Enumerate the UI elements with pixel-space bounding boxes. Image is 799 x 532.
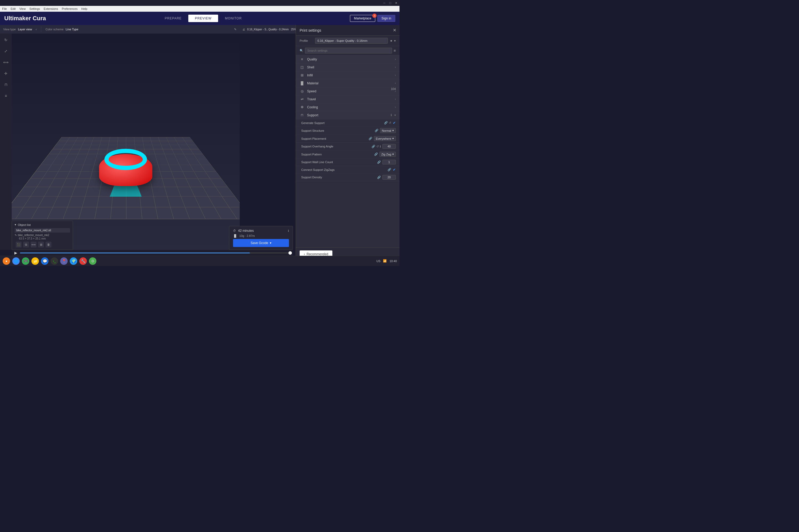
menu-edit[interactable]: Edit	[11, 7, 16, 11]
layer-progress-thumb[interactable]	[288, 251, 292, 255]
quality-label: Quality	[307, 57, 392, 61]
travel-icon: ⇌	[299, 97, 304, 101]
info2-icon[interactable]: ℹ	[380, 145, 381, 148]
chrome-icon[interactable]: 🌐	[12, 258, 20, 265]
link2-icon[interactable]: 🔗	[375, 129, 379, 132]
menu-file[interactable]: File	[2, 7, 7, 11]
files-icon[interactable]: 📁	[32, 258, 39, 265]
terminal-icon[interactable]: ›_	[51, 258, 58, 265]
viewport	[12, 34, 240, 250]
menu-extensions[interactable]: Extensions	[44, 7, 58, 11]
connect-zigzag-label: Connect Support ZigZags	[301, 168, 386, 171]
category-infill[interactable]: ⊞ Infill ›	[296, 71, 399, 79]
search-input[interactable]	[305, 48, 392, 54]
link6-icon[interactable]: 🔗	[377, 160, 381, 164]
tool-scale[interactable]: ⤢	[2, 48, 10, 55]
close-btn[interactable]: ✕	[394, 1, 398, 5]
locale-label: US	[376, 260, 380, 263]
app8-icon[interactable]: 🔧	[79, 258, 87, 265]
category-cooling[interactable]: ✼ Cooling ›	[296, 103, 399, 111]
category-support[interactable]: ⊓ Support ℹ ▾	[296, 111, 399, 119]
marketplace-badge: 3	[372, 14, 377, 18]
minimize-btn[interactable]: ─	[382, 1, 386, 5]
quality-chevron-icon: ›	[395, 58, 396, 61]
wall-line-count-label: Support Wall Line Count	[301, 160, 376, 164]
color-scheme-edit[interactable]: ✎	[234, 28, 236, 31]
connect-zigzag-check[interactable]: ✔	[393, 168, 396, 172]
settings-panel: Print settings ✕ Profile 0.16_Klipper - …	[296, 25, 399, 266]
setting-support-structure: Support Structure 🔗 Normal ▾	[296, 127, 399, 135]
menu-settings[interactable]: Settings	[29, 7, 40, 11]
action-group-icon[interactable]: ⊞	[38, 242, 44, 247]
category-shell[interactable]: ◫ Shell ›	[296, 63, 399, 71]
action-delete-icon[interactable]: 🗑	[46, 242, 51, 247]
link7-icon[interactable]: 🔗	[387, 168, 391, 171]
tool-mirror[interactable]: ⟺	[2, 59, 10, 66]
tool-support[interactable]: ⊓	[2, 81, 10, 88]
app6-icon[interactable]: 📍	[60, 258, 68, 265]
chat-icon[interactable]: 💬	[41, 258, 49, 265]
settings-close-button[interactable]: ✕	[393, 28, 396, 33]
reset2-icon[interactable]: ↺	[376, 145, 379, 148]
layer-progress-track[interactable]	[20, 252, 290, 253]
shell-icon: ◫	[299, 65, 304, 69]
category-speed[interactable]: ◎ Speed ›	[296, 87, 399, 95]
link-icon[interactable]: 🔗	[384, 121, 388, 125]
action-cube-icon[interactable]: ⬛	[16, 242, 22, 247]
overhang-angle-value[interactable]: 40	[382, 144, 396, 149]
wall-line-count-value[interactable]: 1	[382, 160, 396, 165]
maximize-btn[interactable]: □	[388, 1, 392, 5]
estimate-time: 42 minutes	[238, 229, 254, 233]
play-button[interactable]: ▶	[14, 251, 17, 255]
left-tools: ↻ ⤢ ⟺ ✛ ⊓ ≡	[0, 34, 12, 250]
link5-icon[interactable]: 🔗	[374, 152, 378, 156]
link8-icon[interactable]: 🔗	[377, 176, 381, 179]
support-pattern-dropdown[interactable]: Zig Zag ▾	[380, 152, 396, 157]
generate-support-check[interactable]: ✔	[393, 121, 396, 125]
quality-icon: ≡	[299, 57, 304, 61]
tab-monitor[interactable]: MONITOR	[218, 15, 248, 22]
cooling-chevron-icon: ›	[395, 106, 396, 109]
edit-icon[interactable]: ✎	[15, 234, 17, 236]
support-info-icon[interactable]: ℹ	[391, 113, 392, 117]
menu-view[interactable]: View	[19, 7, 26, 11]
tool-rotate[interactable]: ↻	[2, 36, 10, 44]
profile-select[interactable]: 0.16_Klipper - Super Quality - 0.16mm	[315, 38, 388, 44]
estimate-info-icon[interactable]: ℹ	[288, 229, 289, 233]
support-placement-dropdown[interactable]: Everywhere ▾	[374, 136, 396, 141]
generate-support-label: Generate Support	[301, 121, 382, 125]
support-expand-icon[interactable]: ▾	[395, 114, 396, 117]
profile-chevron-icon[interactable]: ▾	[394, 39, 396, 43]
support-structure-dropdown[interactable]: Normal ▾	[380, 128, 396, 133]
action-mirror-icon[interactable]: ⟺	[31, 242, 36, 247]
tab-prepare[interactable]: PREPARE	[158, 15, 188, 22]
collapse-icon[interactable]: ▾	[15, 223, 16, 227]
signin-button[interactable]: Sign in	[377, 15, 395, 22]
setting-support-pattern: Support Pattern 🔗 Zig Zag ▾	[296, 150, 399, 158]
title-bar: ─ □ ✕	[0, 0, 399, 6]
support-density-value[interactable]: 20	[382, 175, 396, 179]
category-quality[interactable]: ≡ Quality ›	[296, 55, 399, 63]
infill-icon: ⊞	[299, 73, 304, 77]
search-menu-icon[interactable]: ≡	[394, 49, 396, 53]
action-copy-icon[interactable]: ⧉	[23, 242, 29, 247]
link3-icon[interactable]: 🔗	[369, 137, 372, 140]
category-material[interactable]: ▐▌ Material ›	[296, 79, 399, 87]
marketplace-button[interactable]: Marketplace 3	[350, 15, 375, 22]
link4-icon[interactable]: 🔗	[371, 145, 375, 148]
view-type-chevron[interactable]: ‹	[36, 28, 37, 31]
tool-layers[interactable]: ≡	[2, 92, 10, 99]
category-travel[interactable]: ⇌ Travel ›	[296, 95, 399, 103]
tool-move[interactable]: ✛	[2, 70, 10, 77]
tab-preview[interactable]: PREVIEW	[188, 15, 218, 22]
cura-taskbar-icon[interactable]: ●	[3, 258, 10, 265]
clock-icon: ⏱	[233, 229, 236, 232]
save-gcode-button[interactable]: Save Gcode ▾	[233, 239, 289, 247]
reset-icon[interactable]: ↺	[389, 121, 391, 125]
menu-help[interactable]: Help	[81, 7, 87, 11]
app7-icon[interactable]: 🌍	[70, 258, 77, 265]
star-icon[interactable]: ★	[390, 39, 393, 43]
menu-preferences[interactable]: Preferences	[62, 7, 77, 11]
stadia-icon[interactable]: 🎮	[22, 258, 29, 265]
app9-icon[interactable]: ⚙	[89, 258, 96, 265]
